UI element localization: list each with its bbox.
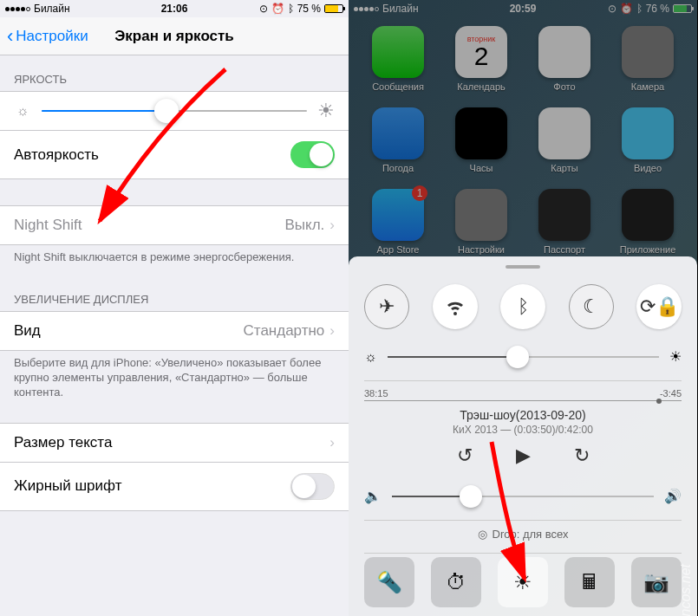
sun-small-icon: ☼ <box>14 102 31 120</box>
sun-large-icon: ☀ <box>669 348 682 365</box>
bluetooth-button[interactable]: ᛒ <box>500 284 545 329</box>
airplane-mode-button[interactable]: ✈ <box>364 284 409 329</box>
night-shift-button[interactable]: ☀ <box>498 557 548 607</box>
rotation-lock-button[interactable]: ⟳🔒 <box>636 284 682 329</box>
volume-high-icon: 🔊 <box>664 488 682 504</box>
timer-button[interactable]: ⏱ <box>431 557 481 607</box>
status-bar: Билайн 21:06 ⊙ ⏰ ᛒ 75 % <box>0 0 349 17</box>
back-label: Настройки <box>16 28 88 45</box>
zoom-value: Стандартно <box>244 322 325 339</box>
carrier-label: Билайн <box>34 3 70 15</box>
remaining-time: -3:45 <box>660 388 682 399</box>
volume-low-icon: 🔈 <box>364 488 382 504</box>
alarm-icon: ⏰ <box>271 3 284 15</box>
rotation-lock-icon: ⊙ <box>259 3 268 15</box>
airdrop-icon: ◎ <box>478 528 487 541</box>
playback-scrubber[interactable] <box>364 400 682 402</box>
zoom-header: УВЕЛИЧЕНИЕ ДИСПЛЕЯ <box>0 276 349 311</box>
night-shift-footer: Night Shift выключается в режиме энергос… <box>0 245 349 276</box>
play-button[interactable]: ▶ <box>516 444 531 467</box>
watermark: Uncos.net <box>678 564 694 616</box>
calculator-button[interactable]: 🖩 <box>564 557 615 607</box>
text-size-row[interactable]: Размер текста › <box>0 423 349 463</box>
elapsed-time: 38:15 <box>364 388 388 399</box>
brightness-header: ЯРКОСТЬ <box>0 55 349 91</box>
bold-text-toggle[interactable] <box>290 473 335 500</box>
bold-text-label: Жирный шрифт <box>14 477 121 495</box>
night-shift-label: Night Shift <box>14 217 82 234</box>
navigation-bar: ‹ Настройки Экран и яркость <box>0 17 349 55</box>
control-center: ✈ ᛒ ☾ ⟳🔒 ☼ ☀ 38:15 -3:45 Трэш-шоу(2013-0… <box>349 256 697 616</box>
airdrop-label: Drop: для всех <box>493 528 569 541</box>
volume-slider[interactable] <box>392 496 654 497</box>
brightness-slider-row: ☼ ☀ <box>0 91 349 130</box>
control-center-screen: Билайн 20:59 ⊙ ⏰ ᛒ 76 % Сообщениявторник… <box>349 0 697 616</box>
bluetooth-icon: ᛒ <box>288 3 294 15</box>
do-not-disturb-button[interactable]: ☾ <box>569 284 614 329</box>
battery-percent: 75 % <box>297 3 321 15</box>
page-title: Экран и яркость <box>114 28 234 45</box>
airdrop-button[interactable]: ◎ Drop: для всех <box>364 528 682 541</box>
auto-brightness-row[interactable]: Автояркость <box>0 130 349 179</box>
signal-icon <box>5 7 30 11</box>
track-title: Трэш-шоу(2013-09-20) <box>364 408 682 422</box>
back-button[interactable]: ‹ Настройки <box>7 25 88 48</box>
zoom-label: Вид <box>14 322 41 340</box>
night-shift-row[interactable]: Night Shift Выкл.› <box>0 205 349 245</box>
auto-brightness-toggle[interactable] <box>290 141 335 168</box>
settings-screen: Билайн 21:06 ⊙ ⏰ ᛒ 75 % ‹ Настройки Экра… <box>0 0 349 616</box>
wifi-button[interactable] <box>433 284 478 329</box>
rewind-15-button[interactable]: ↺ <box>457 444 473 467</box>
battery-icon <box>324 4 343 13</box>
chevron-right-icon: › <box>329 217 335 233</box>
display-zoom-row[interactable]: Вид Стандартно› <box>0 311 349 351</box>
chevron-right-icon: › <box>329 322 335 339</box>
zoom-footer: Выберите вид для iPhone: «Увеличено» пок… <box>0 351 349 411</box>
clock: 21:06 <box>161 3 188 15</box>
grabber-handle[interactable] <box>506 265 540 269</box>
camera-button[interactable]: 📷 <box>631 557 682 607</box>
sun-large-icon: ☀ <box>317 102 335 120</box>
chevron-left-icon: ‹ <box>7 25 13 48</box>
chevron-right-icon: › <box>329 434 335 451</box>
track-artist: КиХ 2013 — (0:03:50)/0:42:00 <box>364 424 682 436</box>
bold-text-row[interactable]: Жирный шрифт <box>0 463 349 511</box>
text-size-label: Размер текста <box>14 434 112 451</box>
sun-small-icon: ☼ <box>364 349 377 365</box>
auto-brightness-label: Автояркость <box>14 146 99 164</box>
flashlight-button[interactable]: 🔦 <box>364 557 414 607</box>
forward-30-button[interactable]: ↻ <box>574 444 590 467</box>
brightness-slider[interactable] <box>388 356 659 358</box>
night-shift-value: Выкл. <box>284 217 324 233</box>
brightness-slider[interactable] <box>42 110 307 112</box>
